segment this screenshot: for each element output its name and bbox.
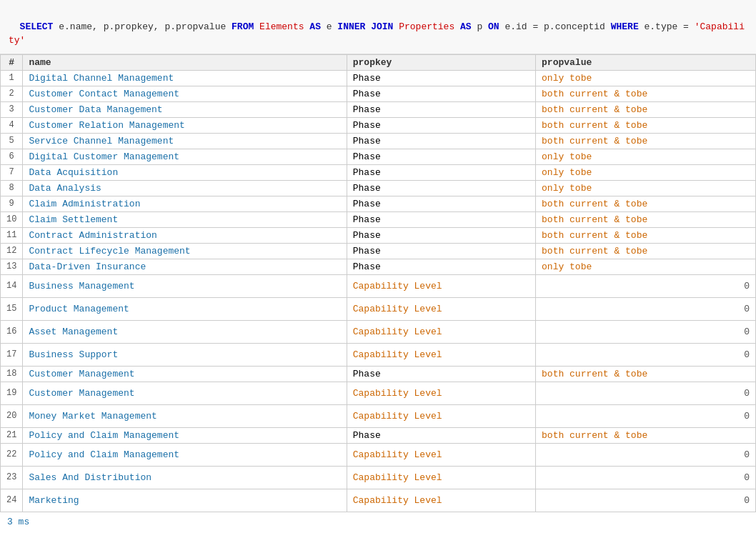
name-link[interactable]: Digital Channel Management: [29, 73, 174, 84]
cell-name[interactable]: Asset Management: [23, 320, 347, 343]
cell-propvalue: 0: [536, 443, 756, 466]
name-link[interactable]: Contract Administration: [29, 230, 156, 241]
cell-propvalue: both current & tobe: [536, 133, 756, 149]
cell-row-num: 3: [1, 101, 23, 117]
query-bar: SELECT e.name, p.propkey, p.propvalue FR…: [0, 0, 756, 54]
keyword-as1: AS: [309, 21, 321, 32]
cell-name[interactable]: Product Management: [23, 297, 347, 320]
cell-propvalue: 0: [536, 343, 756, 366]
table-row: 16Asset ManagementCapability Level0: [1, 320, 756, 343]
cell-name[interactable]: Customer Management: [23, 366, 347, 382]
cell-propkey: Capability Level: [347, 297, 535, 320]
cell-name[interactable]: Customer Data Management: [23, 101, 347, 117]
name-link[interactable]: Data Analysis: [29, 183, 101, 194]
cell-name[interactable]: Customer Contact Management: [23, 86, 347, 101]
cell-propkey: Phase: [347, 243, 535, 259]
cell-propvalue: 0: [536, 274, 756, 297]
cell-name[interactable]: Service Channel Management: [23, 133, 347, 149]
cell-name[interactable]: Customer Management: [23, 382, 347, 404]
cell-propkey: Capability Level: [347, 466, 535, 489]
keyword-as2: AS: [460, 21, 472, 32]
cell-row-num: 13: [1, 259, 23, 274]
cell-name[interactable]: Business Management: [23, 274, 347, 297]
col-header-name: name: [23, 54, 347, 70]
name-link[interactable]: Product Management: [29, 304, 129, 314]
cell-name[interactable]: Digital Channel Management: [23, 70, 347, 86]
table-row: 10Claim SettlementPhaseboth current & to…: [1, 211, 756, 227]
name-link[interactable]: Claim Settlement: [29, 214, 118, 225]
cell-propkey: Capability Level: [347, 489, 535, 512]
table-row: 7Data AcquisitionPhaseonly tobe: [1, 164, 756, 180]
name-link[interactable]: Data Acquisition: [29, 167, 118, 178]
cell-name[interactable]: Claim Administration: [23, 196, 347, 211]
name-link[interactable]: Customer Data Management: [29, 104, 162, 115]
cell-propvalue: only tobe: [536, 149, 756, 164]
name-link[interactable]: Sales And Distribution: [29, 472, 151, 483]
name-link[interactable]: Policy and Claim Management: [29, 430, 179, 441]
cell-name[interactable]: Policy and Claim Management: [23, 427, 347, 443]
name-link[interactable]: Claim Administration: [29, 199, 140, 209]
footer-timing: 3 ms: [0, 512, 756, 532]
name-link[interactable]: Policy and Claim Management: [29, 449, 179, 460]
keyword-select: SELECT: [20, 21, 54, 32]
cell-name[interactable]: Money Market Management: [23, 404, 347, 427]
cell-name[interactable]: Marketing: [23, 489, 347, 512]
name-link[interactable]: Business Management: [29, 281, 134, 292]
keyword-on: ON: [488, 21, 499, 32]
cell-propvalue: both current & tobe: [536, 366, 756, 382]
cell-row-num: 20: [1, 404, 23, 427]
cell-name[interactable]: Claim Settlement: [23, 211, 347, 227]
cell-name[interactable]: Data-Driven Insurance: [23, 259, 347, 274]
cell-propvalue: only tobe: [536, 180, 756, 196]
cell-propvalue: both current & tobe: [536, 227, 756, 243]
cell-name[interactable]: Digital Customer Management: [23, 149, 347, 164]
cell-row-num: 17: [1, 343, 23, 366]
table-row: 9Claim AdministrationPhaseboth current &…: [1, 196, 756, 211]
table-row: 23Sales And DistributionCapability Level…: [1, 466, 756, 489]
name-link[interactable]: Money Market Management: [29, 411, 156, 422]
name-link[interactable]: Customer Management: [29, 388, 134, 399]
name-link[interactable]: Digital Customer Management: [29, 151, 179, 162]
name-link[interactable]: Marketing: [29, 495, 79, 506]
cell-name[interactable]: Contract Administration: [23, 227, 347, 243]
cell-name[interactable]: Data Analysis: [23, 180, 347, 196]
table-row: 18Customer ManagementPhaseboth current &…: [1, 366, 756, 382]
table-row: 24MarketingCapability Level0: [1, 489, 756, 512]
cell-row-num: 12: [1, 243, 23, 259]
cell-propvalue: 0: [536, 382, 756, 404]
cell-name[interactable]: Policy and Claim Management: [23, 443, 347, 466]
cell-propkey: Phase: [347, 427, 535, 443]
cell-name[interactable]: Contract Lifecycle Management: [23, 243, 347, 259]
cell-name[interactable]: Data Acquisition: [23, 164, 347, 180]
cell-name[interactable]: Customer Relation Management: [23, 117, 347, 133]
cell-name[interactable]: Sales And Distribution: [23, 466, 347, 489]
cell-propvalue: both current & tobe: [536, 211, 756, 227]
table-row: 17Business SupportCapability Level0: [1, 343, 756, 366]
table-row: 3Customer Data ManagementPhaseboth curre…: [1, 101, 756, 117]
table-row: 20Money Market ManagementCapability Leve…: [1, 404, 756, 427]
cell-propkey: Phase: [347, 211, 535, 227]
cell-row-num: 1: [1, 70, 23, 86]
table-elements: Elements: [259, 21, 304, 32]
name-link[interactable]: Service Channel Management: [29, 136, 174, 146]
name-link[interactable]: Business Support: [29, 349, 118, 360]
name-link[interactable]: Contract Lifecycle Management: [29, 246, 190, 256]
cell-propkey: Phase: [347, 133, 535, 149]
table-row: 8Data AnalysisPhaseonly tobe: [1, 180, 756, 196]
table-row: 15Product ManagementCapability Level0: [1, 297, 756, 320]
cell-propvalue: 0: [536, 404, 756, 427]
cell-propvalue: both current & tobe: [536, 243, 756, 259]
name-link[interactable]: Customer Contact Management: [29, 89, 179, 99]
table-header-row: # name propkey propvalue: [1, 54, 756, 70]
cell-propkey: Capability Level: [347, 274, 535, 297]
cell-row-num: 5: [1, 133, 23, 149]
cell-propkey: Capability Level: [347, 404, 535, 427]
name-link[interactable]: Customer Relation Management: [29, 120, 184, 131]
name-link[interactable]: Asset Management: [29, 327, 118, 337]
name-link[interactable]: Data-Driven Insurance: [29, 261, 146, 272]
cell-propkey: Phase: [347, 101, 535, 117]
cell-name[interactable]: Business Support: [23, 343, 347, 366]
name-link[interactable]: Customer Management: [29, 369, 134, 379]
table-row: 2Customer Contact ManagementPhaseboth cu…: [1, 86, 756, 101]
cell-row-num: 19: [1, 382, 23, 404]
